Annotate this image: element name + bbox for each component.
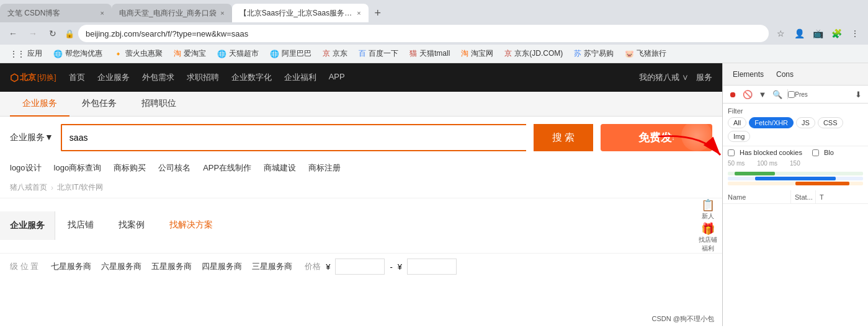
tab-inactive-2[interactable]: 电商天堂_电商行业_商务口袋 ×	[112, 4, 232, 22]
bookmark-3[interactable]: 淘 爱淘宝	[169, 46, 211, 61]
tab-close-1[interactable]: ×	[101, 9, 104, 17]
quick-link-company-name[interactable]: 公司核名	[158, 162, 190, 174]
promo-banner[interactable]: 免费发 ↓	[601, 124, 712, 151]
bookmark-10[interactable]: 京 京东(JD.COM)	[499, 46, 568, 61]
user-icon[interactable]: 👤	[791, 25, 807, 42]
jd-icon: 京	[323, 48, 330, 59]
filter-tab-store[interactable]: 找店铺	[55, 211, 106, 240]
filter-tab-case[interactable]: 找案例	[106, 211, 157, 240]
nav-enterprise[interactable]: 企业服务	[97, 72, 130, 83]
forward-button[interactable]: →	[25, 25, 41, 42]
blocked-checkbox[interactable]	[812, 149, 819, 156]
search-dt-icon[interactable]: 🔍	[771, 88, 784, 100]
filter-funnel-icon[interactable]: ▼	[756, 88, 769, 100]
col-type-header: T	[816, 190, 828, 204]
chip-img[interactable]: Img	[728, 131, 750, 142]
search-button[interactable]: 搜 索	[534, 124, 593, 151]
welfare-icon[interactable]: 🎁 找店铺 福利	[699, 222, 717, 253]
quick-link-trademark-query[interactable]: logo商标查询	[54, 162, 102, 174]
bookmark-5[interactable]: 🌐 阿里巴巴	[265, 46, 316, 61]
level-7-star[interactable]: 七星服务商	[51, 261, 91, 272]
breadcrumb-category[interactable]: 北京IT/软件网	[57, 182, 103, 193]
extensions-icon[interactable]: 🧩	[828, 25, 844, 42]
bookmark-8[interactable]: 猫 天猫tmall	[405, 46, 455, 61]
bookmark-11[interactable]: 苏 苏宁易购	[569, 46, 619, 61]
price-max-input[interactable]	[407, 259, 457, 275]
quick-link-app-online[interactable]: APP在线制作	[203, 162, 251, 174]
bookmark-2[interactable]: 🔸 萤火虫惠聚	[109, 46, 168, 61]
cast-icon[interactable]: 📺	[810, 25, 826, 42]
filter-label: 企业服务	[0, 211, 55, 240]
bookmark-9[interactable]: 淘 淘宝网	[456, 46, 498, 61]
tab-outsource-task[interactable]: 外包任务	[69, 92, 129, 117]
chip-fetch-xhr[interactable]: Fetch/XHR	[749, 117, 794, 128]
bookmark-label-apps: 应用	[27, 48, 42, 59]
tab-active[interactable]: 【北京Saas行业_北京Saas服务行业】 ×	[232, 4, 369, 22]
taobao-icon-2: 淘	[461, 48, 468, 59]
has-blocked-cookies-checkbox[interactable]	[728, 149, 735, 156]
chip-all[interactable]: All	[728, 117, 746, 128]
website: ⬡ 北京 [切换] 首页 企业服务 外包需求 求职招聘 企业数字化 企业福利 A…	[0, 63, 722, 326]
quick-link-shop-build[interactable]: 商城建设	[264, 162, 296, 174]
nav-digital[interactable]: 企业数字化	[231, 72, 272, 83]
filter-tab-solution[interactable]: 找解决方案	[157, 211, 225, 240]
level-6-star[interactable]: 六星服务商	[101, 261, 141, 272]
nav-jobs[interactable]: 求职招聘	[187, 72, 219, 83]
service-link[interactable]: 服务	[696, 72, 712, 83]
globe-icon-5: 🌐	[270, 50, 279, 58]
new-user-icon[interactable]: 📋 新人	[701, 198, 715, 221]
tab-new-button[interactable]: +	[369, 4, 387, 22]
preserve-log-checkbox[interactable]: Pres	[792, 88, 804, 100]
quick-link-trademark-reg[interactable]: 商标注册	[308, 162, 341, 174]
col-status-header: Stat...	[791, 190, 816, 204]
bookmark-4[interactable]: 🌐 天猫超市	[212, 46, 264, 61]
search-prefix-label[interactable]: 企业服务▼	[10, 132, 53, 143]
bookmark-12[interactable]: 🐷 飞猪旅行	[620, 46, 671, 61]
nav-outsource[interactable]: 外包需求	[142, 72, 174, 83]
quick-link-trademark-buy[interactable]: 商标购买	[114, 162, 146, 174]
tab-job-listing[interactable]: 招聘职位	[129, 92, 189, 117]
site-nav-right: 我的猪八戒 ∨ 服务	[639, 72, 712, 83]
back-button[interactable]: ←	[5, 25, 21, 42]
level-5-star[interactable]: 五星服务商	[151, 261, 192, 272]
chip-js[interactable]: JS	[796, 117, 815, 128]
globe-icon-4: 🌐	[217, 50, 226, 58]
chip-css[interactable]: CSS	[818, 117, 843, 128]
bookmark-star-icon[interactable]: ☆	[772, 25, 789, 42]
site-logo[interactable]: ⬡ 北京 [切换]	[10, 72, 56, 84]
site-navbar: ⬡ 北京 [切换] 首页 企业服务 外包需求 求职招聘 企业数字化 企业福利 A…	[0, 63, 722, 92]
menu-icon[interactable]: ⋮	[847, 25, 863, 42]
promo-text: 免费发	[638, 130, 672, 145]
quick-links-bar: logo设计 logo商标查询 商标购买 公司核名 APP在线制作 商城建设 商…	[0, 159, 722, 177]
nav-app[interactable]: APP	[329, 72, 345, 83]
bookmark-6[interactable]: 京 京东	[318, 46, 352, 61]
devtools-tab-console[interactable]: Cons	[771, 68, 799, 81]
bookmark-apps[interactable]: ⋮⋮ 应用	[5, 46, 47, 61]
price-label: 价格	[305, 261, 321, 272]
taobao-icon: 淘	[174, 48, 181, 59]
devtools-toolbar: ⏺ 🚫 ▼ 🔍 Pres ⬇	[723, 86, 868, 104]
record-icon[interactable]: ⏺	[727, 88, 739, 100]
tab-close-3[interactable]: ×	[357, 9, 360, 17]
nav-welfare[interactable]: 企业福利	[284, 72, 316, 83]
tab-close-2[interactable]: ×	[220, 9, 224, 17]
search-input[interactable]	[61, 124, 526, 151]
preserve-log-input[interactable]	[788, 91, 795, 98]
reload-button[interactable]: ↻	[45, 25, 61, 42]
price-separator: -	[390, 262, 392, 272]
price-min-input[interactable]	[335, 259, 385, 275]
level-3-star[interactable]: 三星服务商	[252, 261, 292, 272]
bookmark-7[interactable]: 百 百度一下	[354, 46, 403, 61]
breadcrumb-home[interactable]: 猪八戒首页	[10, 182, 47, 193]
tab-enterprise-service[interactable]: 企业服务	[10, 92, 69, 117]
download-icon[interactable]: ⬇	[852, 88, 864, 100]
address-input[interactable]	[78, 25, 769, 42]
nav-home[interactable]: 首页	[69, 72, 85, 83]
level-4-star[interactable]: 四星服务商	[202, 261, 242, 272]
devtools-tab-elements[interactable]: Elements	[728, 68, 769, 81]
quick-link-logo[interactable]: logo设计	[10, 162, 42, 174]
my-account-link[interactable]: 我的猪八戒 ∨	[639, 72, 689, 83]
bookmark-1[interactable]: 🌐 帮您淘优惠	[48, 46, 107, 61]
clear-icon[interactable]: 🚫	[741, 88, 754, 100]
tab-inactive-1[interactable]: 文笔 CSDN博客 ×	[0, 4, 112, 22]
